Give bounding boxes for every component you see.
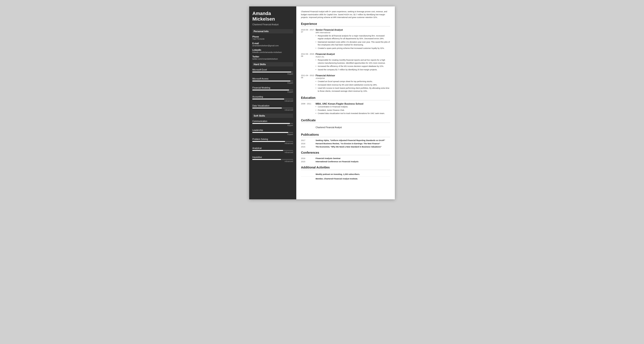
- experience-section: Experience 2015-06 - 2017-07 Senior Fina…: [301, 22, 390, 93]
- phone-label: Phone: [252, 36, 293, 38]
- entry-content: Senior Financial Analyst MRI Internation…: [316, 29, 390, 50]
- entry-subtitle: MRI International: [316, 32, 390, 34]
- linkedin-value: linkedin.com/in/amanda-mickelsen: [252, 51, 293, 53]
- skill-bar-fill: [252, 141, 285, 142]
- education-heading: Education: [301, 96, 390, 100]
- skill-bar-bg: [252, 141, 293, 142]
- activity-entry: Member, Chartered Financial Analyst Inst…: [301, 177, 390, 181]
- bullet: Maintained standard costs within 1% devi…: [316, 41, 390, 47]
- summary: Chartered Financial Analyst with 5+ year…: [301, 10, 390, 19]
- entry-date: 2012-06 - 2015-06: [301, 53, 316, 72]
- twitter-item: Twitter twitter.com/AmandaMickelson: [252, 56, 293, 60]
- skill-level: Expert: [252, 73, 293, 75]
- conference-entry: 2015 International Conference on Financi…: [301, 161, 390, 163]
- skill-name: Data Visualization: [252, 105, 293, 107]
- skill-item: Inquisitive Advanced: [252, 156, 293, 162]
- main-content: Chartered Financial Analyst with 5+ year…: [296, 7, 395, 199]
- bullet: Used MS Access to track lowest performin…: [316, 87, 390, 93]
- entry-title: MBA, UNC Kenan-Flagler Business School: [316, 103, 390, 105]
- skill-level: Advanced: [252, 100, 293, 102]
- phone-value: 718-774-5239: [252, 38, 293, 40]
- skill-bar-fill: [252, 72, 291, 73]
- sidebar: AmandaMickelsen Chartered Financial Anal…: [249, 7, 296, 199]
- bullet: Increased client revenue by 8% and clien…: [316, 84, 390, 87]
- pub-title: The Economist, "Why We Need a New Standa…: [316, 146, 390, 148]
- skill-name: Microsoft Access: [252, 78, 293, 80]
- pub-title: Harvard Business Review, "An Erosion in …: [316, 143, 390, 145]
- skill-name: Leadership: [252, 129, 293, 131]
- publication-entry: 2015 The Economist, "Why We Need a New S…: [301, 146, 390, 148]
- skill-bar-bg: [252, 72, 293, 73]
- entry-subtitle: Ameriprise: [316, 77, 390, 79]
- skill-item: Financial Modeling Expert: [252, 87, 293, 93]
- publications-section: Publications 2017 Seeking Alpha, "Unifor…: [301, 133, 390, 148]
- skill-level: Advanced: [252, 151, 293, 153]
- bullet: Concentration in Financial Analysis.: [316, 105, 390, 108]
- twitter-label: Twitter: [252, 56, 293, 58]
- bullet: Created an Excel spread comps sheet for …: [316, 80, 390, 83]
- skill-name: Problem Solving: [252, 138, 293, 140]
- skill-name: Accounting: [252, 96, 293, 98]
- entry-content: MBA, UNC Kenan-Flagler Business School C…: [316, 103, 390, 116]
- candidate-title: Chartered Financial Analyst: [252, 23, 293, 26]
- skill-item: Data Visualization Advanced: [252, 105, 293, 111]
- skill-name: Microsoft Excel: [252, 69, 293, 71]
- entry-title: Financial Analyst: [316, 53, 390, 55]
- skill-bar-fill: [252, 99, 284, 100]
- skill-bar-bg: [252, 108, 293, 108]
- email-item: E-mail amandamickelsen@gmail.com: [252, 42, 293, 47]
- entry-content: Financial Analyst HUDA Inc. Responsible …: [316, 53, 390, 72]
- entry-title: Financial Advisor: [316, 74, 390, 77]
- education-section: Education 2008 - 2011 MBA, UNC Kenan-Fla…: [301, 96, 390, 116]
- skill-level: Expert: [252, 124, 293, 126]
- skill-item: Leadership Expert: [252, 129, 293, 135]
- bullet: Created data visualization tool to track…: [316, 112, 390, 115]
- pub-year: 2016: [301, 143, 316, 145]
- bullet: Created a spare parts pricing scheme tha…: [316, 47, 390, 50]
- entry: 2015-06 - 2017-07 Senior Financial Analy…: [301, 29, 390, 50]
- skill-name: Financial Modeling: [252, 87, 293, 89]
- entry-date: 2011-04 - 2012-05: [301, 74, 316, 93]
- skill-name: Communication: [252, 120, 293, 122]
- skill-level: Expert: [252, 91, 293, 93]
- skill-item: Problem Solving Advanced: [252, 138, 293, 144]
- skill-level: Expert: [252, 82, 293, 84]
- skill-bar-fill: [252, 90, 289, 91]
- bullet: Responsible for creating monthly financi…: [316, 59, 390, 65]
- skill-item: Accounting Advanced: [252, 96, 293, 102]
- pub-year: 2017: [301, 139, 316, 141]
- linkedin-label: LinkedIn: [252, 49, 293, 51]
- entry: 2012-06 - 2015-06 Financial Analyst HUDA…: [301, 53, 390, 72]
- skill-level: Advanced: [252, 109, 293, 111]
- activities-section: Additional Activities Weekly podcast on …: [301, 166, 390, 181]
- skill-name: Analytical: [252, 147, 293, 149]
- soft-skills-list: Communication Expert Leadership Expert P…: [252, 120, 293, 162]
- resume-container: AmandaMickelsen Chartered Financial Anal…: [249, 7, 395, 199]
- activities-entries: Weekly podcast on investing, 1,200 subsc…: [301, 172, 390, 181]
- skill-item: Analytical Advanced: [252, 147, 293, 153]
- publications-heading: Publications: [301, 133, 390, 137]
- publication-entry: 2016 Harvard Business Review, "An Erosio…: [301, 143, 390, 145]
- phone-item: Phone 718-774-5239: [252, 36, 293, 40]
- entry-content: Financial Advisor Ameriprise Created an …: [316, 74, 390, 93]
- skill-bar-fill: [252, 108, 282, 108]
- skill-bar-fill: [252, 123, 290, 124]
- hard-skills-list: Microsoft Excel Expert Microsoft Access …: [252, 69, 293, 111]
- skill-bar-bg: [252, 90, 293, 91]
- entry-date: 2015-06 - 2017-07: [301, 29, 316, 50]
- skill-level: Advanced: [252, 142, 293, 144]
- skill-bar-bg: [252, 159, 293, 160]
- certificate-heading: Certificate: [301, 119, 390, 123]
- conferences-heading: Conferences: [301, 151, 390, 155]
- skill-bar-bg: [252, 81, 293, 82]
- skill-item: Microsoft Excel Expert: [252, 69, 293, 75]
- conf-title: Financial Analysts Seminar: [316, 157, 390, 159]
- conf-title: International Conference on Financial An…: [316, 161, 390, 163]
- entry-date: 2008 - 2011: [301, 103, 316, 116]
- bullet: President, Junior Finance Club.: [316, 109, 390, 112]
- entry-subtitle: HUDA Inc.: [316, 56, 390, 58]
- skill-level: Expert: [252, 133, 293, 135]
- twitter-value: twitter.com/AmandaMickelson: [252, 58, 293, 60]
- email-label: E-mail: [252, 42, 293, 45]
- entry-bullets: Concentration in Financial Analysis.Pres…: [316, 105, 390, 115]
